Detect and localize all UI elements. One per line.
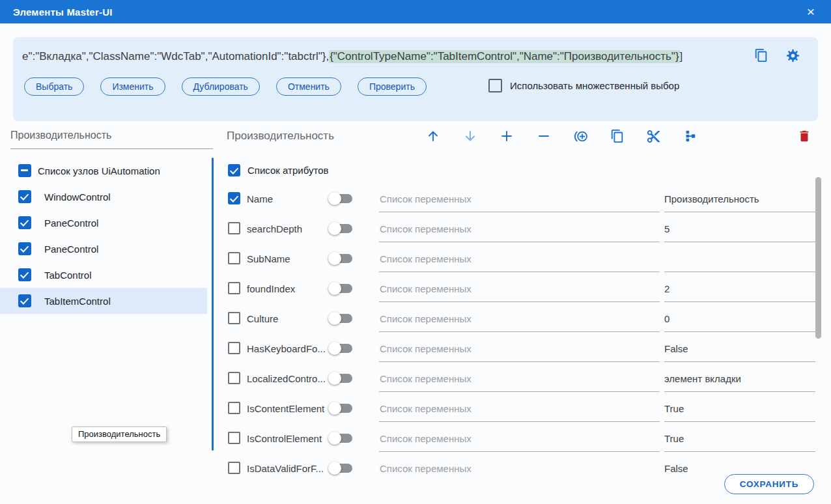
value-input[interactable]: False — [664, 463, 688, 474]
checkbox-checked-icon[interactable] — [18, 242, 31, 255]
value-input[interactable]: 5 — [664, 223, 669, 234]
attribute-checkbox[interactable] — [228, 192, 240, 204]
add-button[interactable] — [498, 128, 515, 145]
attribute-row: searchDepthСписок переменных5 — [227, 214, 831, 244]
move-up-button[interactable] — [425, 128, 442, 145]
cut-node-button[interactable] — [645, 128, 662, 145]
tree-item[interactable]: PaneControl — [0, 210, 207, 236]
toggle-switch[interactable] — [328, 192, 354, 205]
checkbox-checked-icon[interactable] — [18, 190, 31, 203]
close-icon[interactable]: × — [802, 3, 819, 20]
attributes-header-checkbox[interactable] — [228, 164, 240, 176]
attribute-row: IsControlElementСписок переменныхTrue — [227, 423, 831, 453]
variables-input[interactable]: Список переменных — [380, 463, 472, 474]
tree-scrollbar[interactable] — [212, 158, 214, 451]
selector-text-before: e":"Вкладка","ClassName":"WdcTab","Autom… — [22, 50, 329, 63]
attribute-checkbox[interactable] — [228, 342, 240, 354]
toggle-switch[interactable] — [328, 432, 354, 445]
attribute-checkbox[interactable] — [228, 312, 240, 324]
checkbox-indeterminate-icon[interactable] — [18, 164, 31, 177]
checkbox-checked-icon[interactable] — [18, 294, 31, 307]
save-button[interactable]: СОХРАНИТЬ — [724, 474, 814, 494]
variables-underline — [379, 451, 660, 452]
edit-button[interactable]: Изменить — [100, 77, 165, 96]
attribute-checkbox[interactable] — [228, 462, 240, 474]
toggle-knob — [328, 192, 341, 205]
value-input[interactable]: 0 — [664, 313, 669, 324]
toggle-switch[interactable] — [328, 312, 354, 325]
tree-item[interactable]: Список узлов UiAutomation — [0, 158, 207, 184]
value-input[interactable]: 2 — [664, 283, 669, 294]
variables-input[interactable]: Список переменных — [380, 343, 472, 354]
duplicate-button[interactable]: Дублировать — [182, 77, 260, 96]
attribute-row: foundIndexСписок переменных2 — [227, 273, 831, 303]
scissors-icon — [646, 129, 661, 144]
toggle-knob — [328, 312, 341, 325]
toggle-switch[interactable] — [328, 282, 354, 295]
copy-selector-button[interactable] — [754, 48, 770, 64]
delete-button[interactable] — [796, 128, 813, 145]
toggle-switch[interactable] — [328, 252, 354, 265]
toggle-knob — [328, 222, 341, 235]
tree-item[interactable]: PaneControl — [0, 236, 207, 262]
value-input[interactable]: Производительность — [664, 193, 759, 204]
attribute-checkbox[interactable] — [228, 222, 240, 234]
tree-item[interactable]: TabItemControl — [0, 288, 207, 314]
attribute-checkbox[interactable] — [228, 432, 240, 444]
attribute-name: SubName — [247, 253, 326, 264]
trash-icon — [797, 129, 811, 143]
selector-settings-button[interactable] — [785, 48, 801, 64]
cancel-button[interactable]: Отменить — [276, 77, 341, 96]
tree-item-label: TabControl — [44, 270, 92, 281]
add-circle-icon — [573, 128, 589, 145]
attribute-checkbox[interactable] — [228, 402, 240, 414]
toggle-switch[interactable] — [328, 372, 354, 385]
value-input[interactable]: True — [664, 403, 684, 414]
move-down-button[interactable] — [462, 128, 479, 145]
tree-item-label: PaneControl — [44, 217, 98, 229]
remove-button[interactable] — [535, 128, 552, 145]
add-node-button[interactable] — [572, 128, 589, 145]
attribute-checkbox[interactable] — [228, 372, 240, 384]
ui-tree: Список узлов UiAutomationWindowControlPa… — [0, 158, 221, 314]
attribute-row: HasKeyboardFo...Список переменныхFalse — [227, 333, 831, 363]
tree-view-button[interactable] — [682, 128, 699, 145]
verify-button[interactable]: Проверить — [358, 77, 427, 96]
copy-node-button[interactable] — [609, 128, 626, 145]
value-underline — [664, 361, 815, 362]
tree-item[interactable]: WindowControl — [0, 184, 207, 210]
multiselect-checkbox[interactable] — [488, 79, 502, 92]
tree-item-label: WindowControl — [44, 191, 111, 203]
value-input[interactable]: True — [664, 433, 684, 444]
attribute-name: HasKeyboardFo... — [247, 343, 326, 354]
toggle-switch[interactable] — [328, 342, 354, 355]
attribute-checkbox[interactable] — [228, 252, 240, 264]
variables-input[interactable]: Список переменных — [380, 253, 472, 264]
checkbox-checked-icon[interactable] — [18, 268, 31, 281]
checkbox-checked-icon[interactable] — [18, 216, 31, 229]
selector-input[interactable]: e":"Вкладка","ClassName":"WdcTab","Autom… — [22, 50, 739, 63]
value-input[interactable]: элемент вкладки — [664, 373, 741, 384]
tree-item-label: PaneControl — [44, 244, 98, 255]
toggle-knob — [328, 432, 341, 445]
select-button[interactable]: Выбрать — [24, 77, 84, 96]
attributes-scrollbar[interactable] — [815, 177, 821, 339]
value-underline — [664, 451, 815, 452]
variables-input[interactable]: Список переменных — [380, 223, 472, 234]
variables-input[interactable]: Список переменных — [380, 373, 472, 384]
variables-input[interactable]: Список переменных — [380, 313, 472, 324]
variables-input[interactable]: Список переменных — [380, 403, 472, 414]
attribute-name: foundIndex — [247, 283, 326, 294]
variables-input[interactable]: Список переменных — [380, 283, 472, 294]
toggle-switch[interactable] — [328, 222, 354, 235]
variables-input[interactable]: Список переменных — [380, 433, 472, 444]
tree-item[interactable]: TabControl — [0, 262, 207, 288]
variables-underline — [379, 301, 660, 302]
value-input[interactable]: False — [664, 343, 688, 354]
toggle-switch[interactable] — [328, 462, 354, 475]
attribute-checkbox[interactable] — [228, 282, 240, 294]
arrow-down-icon — [462, 128, 478, 144]
toggle-switch[interactable] — [328, 402, 354, 415]
variables-input[interactable]: Список переменных — [380, 193, 472, 204]
multiselect-option[interactable]: Использовать множественный выбор — [488, 79, 679, 92]
